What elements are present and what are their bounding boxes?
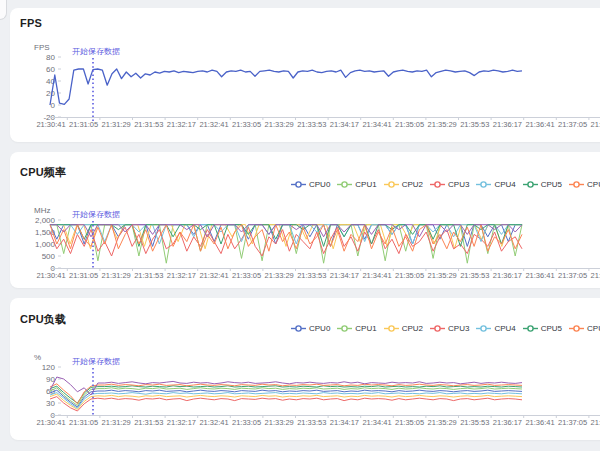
chart-canvas: %120906030021:30:4121:31:0521:31:2921:31… [10, 298, 600, 440]
y-axis-tick-label: 120 [42, 363, 56, 372]
chart-canvas: FPS806040200-2021:30:4121:31:0521:31:292… [10, 8, 600, 142]
x-axis-tick-label: 21:36:41 [525, 120, 554, 129]
x-axis-tick-label: 21:35:29 [428, 120, 457, 129]
x-axis-tick-label: 21:30:41 [36, 271, 65, 280]
series-line-fps [50, 69, 522, 105]
series-line-cpu3 [50, 397, 522, 411]
x-axis-tick-label: 21:32:41 [199, 120, 228, 129]
x-axis-tick-label: 21:37:29 [591, 418, 600, 427]
x-axis-tick-label: 21:31:29 [102, 418, 131, 427]
series-line-cpu6 [50, 225, 522, 252]
x-axis-tick-label: 21:34:41 [362, 418, 391, 427]
x-axis-tick-label: 21:33:05 [232, 418, 261, 427]
y-axis-tick-label: 500 [42, 252, 56, 261]
x-axis-tick-label: 21:35:53 [460, 271, 489, 280]
x-axis-tick-label: 21:33:05 [232, 120, 261, 129]
x-axis-tick-label: 21:35:53 [460, 418, 489, 427]
x-axis-tick-label: 21:35:53 [460, 120, 489, 129]
y-axis-name: MHz [34, 206, 50, 215]
x-axis-tick-label: 21:37:05 [558, 271, 587, 280]
x-axis-tick-label: 21:33:53 [297, 271, 326, 280]
cpu-frequency-chart[interactable]: MHz2,0001,5001,000500021:30:4121:31:0521… [10, 152, 600, 288]
x-axis-tick-label: 21:33:53 [297, 120, 326, 129]
cpu-load-chart-card: CPU负载 CPU0CPU1CPU2CPU3CPU4CPU5CPU6CPU7 %… [10, 298, 600, 440]
annotation-label: 开始保存数据 [72, 210, 120, 219]
y-axis-name: % [34, 353, 41, 362]
x-axis-tick-label: 21:30:41 [36, 418, 65, 427]
y-axis-tick-label: 30 [46, 399, 55, 408]
x-axis-tick-label: 21:37:29 [591, 120, 600, 129]
x-axis-tick-label: 21:35:05 [395, 418, 424, 427]
y-axis-tick-label: 0 [51, 101, 56, 110]
x-axis-tick-label: 21:37:05 [558, 120, 587, 129]
x-axis-tick-label: 21:33:29 [265, 120, 294, 129]
x-axis-tick-label: 21:34:17 [330, 271, 359, 280]
x-axis-tick-label: 21:31:05 [69, 271, 98, 280]
series-line-cpu2 [50, 394, 522, 409]
x-axis-tick-label: 21:35:05 [395, 271, 424, 280]
fps-chart[interactable]: FPS806040200-2021:30:4121:31:0521:31:292… [10, 8, 600, 142]
x-axis-tick-label: 21:30:41 [36, 120, 65, 129]
x-axis-tick-label: 21:33:29 [265, 271, 294, 280]
x-axis-tick-label: 21:31:53 [134, 418, 163, 427]
x-axis-tick-label: 21:34:17 [330, 418, 359, 427]
x-axis-tick-label: 21:31:05 [69, 418, 98, 427]
y-axis-tick-label: 1,000 [35, 240, 56, 249]
x-axis-tick-label: 21:32:41 [199, 271, 228, 280]
x-axis-tick-label: 21:36:17 [493, 120, 522, 129]
x-axis-tick-label: 21:31:53 [134, 271, 163, 280]
x-axis-tick-label: 21:35:29 [428, 271, 457, 280]
x-axis-tick-label: 21:34:17 [330, 120, 359, 129]
cpu-frequency-chart-card: CPU频率 CPU0CPU1CPU2CPU3CPU4CPU5CPU6CPU7 M… [10, 152, 600, 288]
y-axis-tick-label: 80 [46, 53, 55, 62]
x-axis-tick-label: 21:32:41 [199, 418, 228, 427]
x-axis-tick-label: 21:34:41 [362, 271, 391, 280]
y-axis-tick-label: 60 [46, 65, 55, 74]
x-axis-tick-label: 21:35:05 [395, 120, 424, 129]
series-line-cpu0 [50, 390, 522, 407]
x-axis-tick-label: 21:31:05 [69, 120, 98, 129]
x-axis-tick-label: 21:31:29 [102, 120, 131, 129]
x-axis-tick-label: 21:34:41 [362, 120, 391, 129]
x-axis-tick-label: 21:37:05 [558, 418, 587, 427]
x-axis-tick-label: 21:33:29 [265, 418, 294, 427]
annotation-label: 开始保存数据 [72, 357, 120, 366]
annotation-label: 开始保存数据 [72, 47, 120, 56]
x-axis-tick-label: 21:36:41 [525, 271, 554, 280]
panel-corner-decoration [0, 0, 7, 20]
x-axis-tick-label: 21:37:29 [591, 271, 600, 280]
x-axis-tick-label: 21:33:53 [297, 418, 326, 427]
x-axis-tick-label: 21:31:53 [134, 120, 163, 129]
y-axis-name: FPS [34, 43, 50, 52]
x-axis-tick-label: 21:32:17 [167, 120, 196, 129]
y-axis-tick-label: 2,000 [35, 216, 56, 225]
cpu-load-chart[interactable]: %120906030021:30:4121:31:0521:31:2921:31… [10, 298, 600, 440]
chart-canvas: MHz2,0001,5001,000500021:30:4121:31:0521… [10, 152, 600, 288]
x-axis-tick-label: 21:32:17 [167, 271, 196, 280]
x-axis-tick-label: 21:36:17 [493, 271, 522, 280]
x-axis-tick-label: 21:32:17 [167, 418, 196, 427]
x-axis-tick-label: 21:31:29 [102, 271, 131, 280]
fps-chart-card: FPS FPS806040200-2021:30:4121:31:0521:31… [10, 8, 600, 142]
x-axis-tick-label: 21:35:29 [428, 418, 457, 427]
x-axis-tick-label: 21:33:05 [232, 271, 261, 280]
x-axis-tick-label: 21:36:17 [493, 418, 522, 427]
x-axis-tick-label: 21:36:41 [525, 418, 554, 427]
